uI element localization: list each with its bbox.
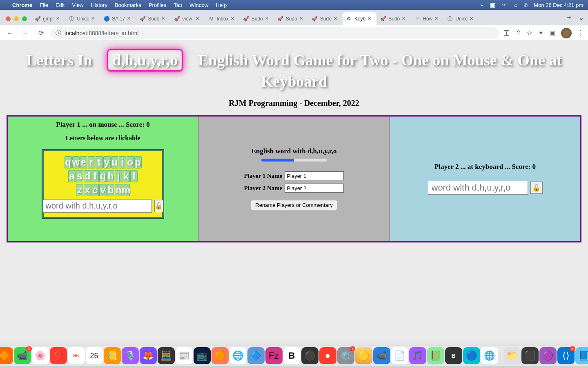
keyboard-key-s[interactable]: s (76, 170, 83, 182)
keyboard-key-l[interactable]: l (130, 170, 138, 182)
site-info-icon[interactable]: ⓘ (56, 29, 61, 37)
new-tab-button[interactable]: + (564, 13, 575, 22)
dock-app15-icon[interactable]: 🔵 (463, 347, 480, 364)
sidepanel-icon[interactable]: ▣ (549, 29, 555, 37)
player2-word-input[interactable] (428, 181, 528, 195)
tab-close-icon[interactable]: ✕ (470, 16, 475, 22)
keyboard-key-c[interactable]: c (91, 184, 99, 196)
tab-close-icon[interactable]: ✕ (127, 16, 133, 22)
keyboard-key-y[interactable]: y (103, 156, 111, 168)
control-center-icon[interactable]: ⎚ (524, 2, 527, 8)
tab-close-icon[interactable]: ✕ (334, 16, 339, 22)
menu-help[interactable]: Help (216, 2, 227, 8)
rename-button[interactable]: Rename Players or Commentary (251, 200, 337, 210)
keyboard-key-p[interactable]: p (134, 156, 142, 168)
dock-app-icon[interactable]: 🔶 (0, 347, 13, 364)
tab-close-icon[interactable]: ✕ (368, 16, 373, 22)
nav-forward-button[interactable]: → (20, 27, 31, 39)
dock-photos-icon[interactable]: 🌸 (32, 347, 49, 364)
dock-news-icon[interactable]: 📰 (176, 347, 193, 364)
dock-zoom-icon[interactable]: 📹 (373, 347, 390, 364)
player1-name-input[interactable] (285, 171, 344, 180)
dock-app17-icon[interactable]: 🟣 (539, 347, 557, 364)
menu-tab[interactable]: Tab (174, 2, 182, 8)
player1-lock-button[interactable]: 🔓 (154, 200, 163, 212)
keyboard-key-q[interactable]: q (65, 156, 72, 168)
tab-close-icon[interactable]: ✕ (161, 16, 167, 22)
dock-app11-icon[interactable]: 📄 (391, 347, 408, 364)
keyboard-key-b[interactable]: b (107, 184, 114, 196)
browser-tab[interactable]: 🚀rjmpr✕ (31, 12, 65, 25)
keyboard-key-o[interactable]: o (127, 156, 134, 168)
player2-lock-button[interactable]: 🔓 (530, 182, 543, 194)
keyboard-key-f[interactable]: f (91, 170, 99, 182)
dock-app6-icon[interactable]: 🔷 (247, 347, 265, 364)
menu-bookmarks[interactable]: Bookmarks (115, 2, 141, 8)
browser-tab[interactable]: 🚀Sudo✕ (274, 12, 308, 25)
player2-name-input[interactable] (285, 184, 344, 193)
window-minimize-button[interactable] (14, 16, 19, 21)
dock-calendar-icon[interactable]: DEC (68, 347, 85, 364)
keyboard-key-n[interactable]: n (115, 184, 122, 196)
nav-reload-button[interactable]: ⟳ (35, 27, 47, 39)
keyboard-key-e[interactable]: e (80, 156, 87, 168)
browser-tab[interactable]: 🚀Sudo✕ (136, 12, 170, 25)
dock-app10-icon[interactable]: 🟡 (355, 347, 372, 364)
browser-tab[interactable]: 🚀Sudo✕ (308, 12, 343, 25)
chrome-menu-icon[interactable]: ⋮ (577, 29, 584, 37)
dock-app2-icon[interactable]: 🔴 (50, 347, 67, 364)
keyboard-key-d[interactable]: d (84, 170, 91, 182)
tab-close-icon[interactable]: ✕ (196, 16, 201, 22)
keyboard-key-t[interactable]: t (96, 156, 103, 168)
tab-close-icon[interactable]: ✕ (299, 16, 305, 22)
keyboard-key-m[interactable]: m (122, 184, 130, 196)
dock-calendar-day-icon[interactable]: 26 (86, 347, 103, 364)
keyboard-key-k[interactable]: k (122, 170, 130, 182)
battery-icon[interactable]: ▣ (490, 2, 495, 8)
keyboard-key-j[interactable]: j (115, 170, 122, 182)
dock-app14-icon[interactable]: B (445, 347, 462, 364)
keyboard-key-h[interactable]: h (107, 170, 114, 182)
omnibox[interactable]: ⓘ localhost:8888/letters_in.html (51, 27, 499, 39)
window-close-button[interactable] (6, 16, 11, 21)
dock-filezilla-icon[interactable]: Fz (265, 347, 283, 364)
bluetooth-icon[interactable]: ⌁ (480, 2, 483, 8)
tab-close-icon[interactable]: ✕ (402, 16, 408, 22)
dock-tv-icon[interactable]: 📺 (194, 347, 211, 364)
password-key-icon[interactable]: ⚿ (503, 29, 510, 37)
browser-tab[interactable]: 🚀Sudo✕ (240, 12, 274, 25)
dock-app9-icon[interactable]: ● (319, 347, 336, 364)
dock-app4-icon[interactable]: 🟠 (212, 347, 229, 364)
menu-history[interactable]: History (91, 2, 107, 8)
tab-close-icon[interactable]: ✕ (231, 16, 236, 22)
menu-edit[interactable]: Edit (56, 2, 65, 8)
dock-podcasts-icon[interactable]: 🎙️ (122, 347, 139, 364)
dock-terminal-icon[interactable]: ⬛ (521, 347, 539, 364)
browser-tab[interactable]: ⚙Keyb✕ (343, 12, 376, 25)
tab-overflow-button[interactable]: ⌄ (575, 14, 588, 22)
keyboard-key-u[interactable]: u (111, 156, 118, 168)
dock-app12-icon[interactable]: 🎵 (409, 347, 426, 364)
browser-tab[interactable]: 🚀view-✕ (170, 12, 205, 25)
dock-chrome-icon[interactable]: 🌐 (481, 347, 498, 364)
tab-close-icon[interactable]: ✕ (91, 16, 97, 22)
dock-app7-icon[interactable]: B (283, 347, 301, 364)
dock-app8-icon[interactable]: ⚫ (301, 347, 318, 364)
keyboard-key-w[interactable]: w (72, 156, 80, 168)
tab-close-icon[interactable]: ✕ (56, 16, 62, 22)
browser-tab[interactable]: ≡How✕ (411, 12, 443, 25)
player1-word-input[interactable] (43, 200, 152, 213)
keyboard-key-i[interactable]: i (119, 156, 126, 168)
keyboard-key-z[interactable]: z (76, 184, 83, 196)
dock-app16-icon[interactable]: 📁 (503, 347, 521, 364)
dock-settings-icon[interactable]: ⚙️1 (337, 347, 354, 364)
keyboard-key-g[interactable]: g (99, 170, 107, 182)
nav-back-button[interactable]: ← (4, 27, 16, 39)
tab-close-icon[interactable]: ✕ (265, 16, 271, 22)
menubar-app-name[interactable]: Chrome (12, 2, 32, 8)
dock-firefox-icon[interactable]: 🦊 (140, 347, 157, 364)
profile-avatar[interactable] (561, 28, 572, 38)
browser-tab[interactable]: ⓘUnicc✕ (443, 12, 479, 25)
menu-file[interactable]: File (40, 2, 48, 8)
share-icon[interactable]: ⇪ (516, 29, 521, 37)
